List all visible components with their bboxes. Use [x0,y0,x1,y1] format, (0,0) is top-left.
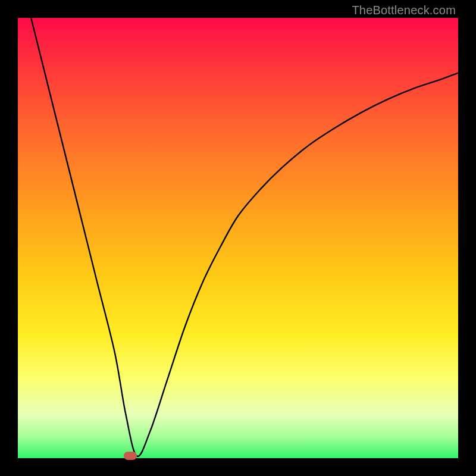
watermark-text: TheBottleneck.com [352,4,456,17]
chart-curve [18,18,458,458]
minimum-marker [124,452,137,460]
chart-frame: TheBottleneck.com [0,0,476,476]
